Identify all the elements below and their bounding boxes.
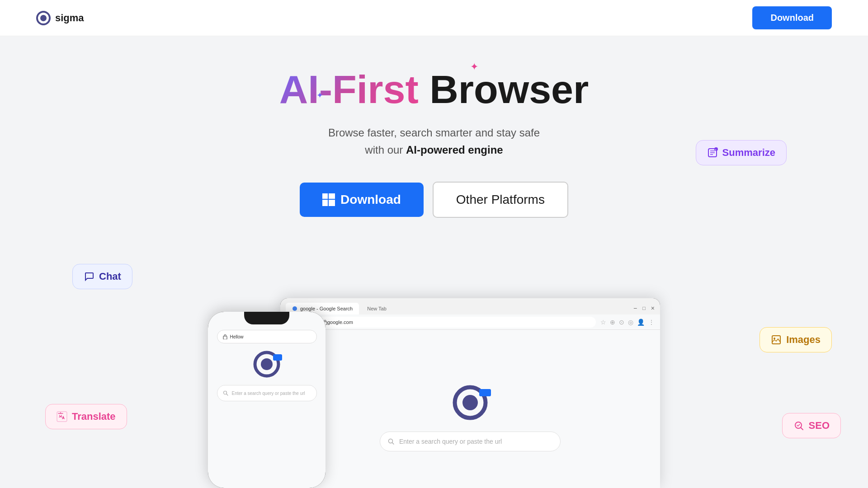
desktop-tab-2[interactable]: New Tab [361,303,393,314]
profile-icon[interactable]: 👤 [637,319,645,326]
svg-line-21 [226,394,228,396]
phone-logo-accent [273,354,282,361]
windows-icon [322,193,335,206]
phone-address-bar: Hellow [217,330,317,343]
hero-subtitle-line1: Browse faster, search smarter and stay s… [328,127,540,139]
close-icon[interactable]: × [651,305,655,312]
hero-buttons: Download Other Platforms [0,182,868,218]
phone-notch [244,312,289,324]
desktop-logo-area [452,385,488,422]
summarize-icon: + [707,147,718,158]
minimize-icon[interactable]: − [633,305,637,312]
images-icon [771,334,782,345]
seo-icon [793,420,804,431]
phone-address-text: Hellow [230,334,244,339]
logo-icon [36,11,51,25]
extension-icon-1[interactable]: ⊕ [610,319,615,326]
phone-search-placeholder: Enter a search query or paste the url [232,391,305,396]
svg-point-13 [774,338,775,339]
phone-search-icon [223,390,228,396]
maximize-icon[interactable]: □ [642,305,646,311]
desktop-logo-wrapper [452,385,488,422]
sparkle-left-icon: ✦ [316,90,323,100]
svg-point-19 [261,358,273,370]
download-button[interactable]: Download [300,183,424,217]
phone-screen: Hellow [208,312,326,488]
svg-rect-5 [329,200,335,206]
chat-badge[interactable]: Chat [72,264,132,289]
address-text: google.com [327,319,353,325]
other-platforms-button[interactable]: Other Platforms [433,182,568,218]
devices-mockup: Hellow [208,294,660,488]
sparkle-top-icon: ✦ [470,61,478,73]
desktop-tab-1-label: google - Google Search [300,306,353,311]
desktop-tab-2-label: New Tab [367,306,387,311]
menu-icon[interactable]: ⋮ [648,319,655,326]
hero-subtitle-bold: AI-powered engine [406,144,503,156]
logo-text: sigma [55,12,84,24]
svg-rect-2 [322,193,328,199]
desktop-address-row: ← → ↺ google.com ☆ ⊕ ⊙ ◎ 👤 ⋮ [280,314,660,330]
images-badge-label: Images [786,334,821,346]
main-content: ✦ ✦ AI-First Browser Browse faster, sear… [0,36,868,488]
desktop-logo-accent [479,389,491,396]
header-download-button[interactable]: Download [752,6,832,29]
svg-rect-4 [322,200,328,206]
seo-badge[interactable]: SEO [782,413,841,438]
images-badge[interactable]: Images [760,327,832,352]
translate-icon [57,411,67,422]
svg-point-22 [292,306,297,311]
desktop-browser-content: Enter a search query or paste the url [280,330,660,488]
hero-title-plain: Browser [419,67,589,112]
extension-icon-2[interactable]: ⊙ [619,319,624,326]
desktop-tab-bar: google - Google Search New Tab − □ × [280,298,660,314]
desktop-mockup: google - Google Search New Tab − □ × ← →… [280,298,660,488]
desktop-search-placeholder: Enter a search query or paste the url [399,438,502,445]
chat-icon [84,271,94,282]
svg-point-25 [462,395,478,410]
browser-toolbar-icons: ☆ ⊕ ⊙ ◎ 👤 ⋮ [600,319,655,326]
translate-badge-label: Translate [72,411,116,422]
phone-logo-wrapper [253,351,280,380]
summarize-badge[interactable]: + Summarize [696,140,787,165]
svg-rect-17 [223,336,227,339]
phone-logo-area [253,351,280,380]
desktop-search-icon [387,438,395,445]
seo-badge-label: SEO [809,420,830,432]
star-icon[interactable]: ☆ [600,319,606,326]
hero-subtitle-line2: with our [365,144,406,156]
hero-title: AI-First Browser [0,68,868,112]
header: sigma Download [0,0,868,36]
svg-line-16 [801,427,803,430]
desktop-address-bar[interactable]: google.com [317,317,596,328]
hero-title-colored: AI-First [279,67,419,112]
summarize-badge-label: Summarize [722,147,775,159]
download-button-label: Download [340,192,401,207]
svg-text:+: + [715,148,716,151]
translate-badge[interactable]: Translate [45,404,127,429]
hero-section: ✦ ✦ AI-First Browser Browse faster, sear… [0,36,868,218]
logo: sigma [36,11,84,25]
svg-line-27 [392,443,394,445]
extension-icon-3[interactable]: ◎ [628,319,633,326]
desktop-tab-controls: − □ × [633,305,655,314]
desktop-search-bar[interactable]: Enter a search query or paste the url [380,432,561,451]
tab-favicon [292,306,297,311]
phone-mockup: Hellow [208,312,326,488]
phone-lock-icon [223,334,227,339]
phone-search-bar[interactable]: Enter a search query or paste the url [217,385,317,401]
chat-badge-label: Chat [99,271,121,282]
svg-rect-3 [329,193,335,199]
svg-point-1 [40,15,47,21]
